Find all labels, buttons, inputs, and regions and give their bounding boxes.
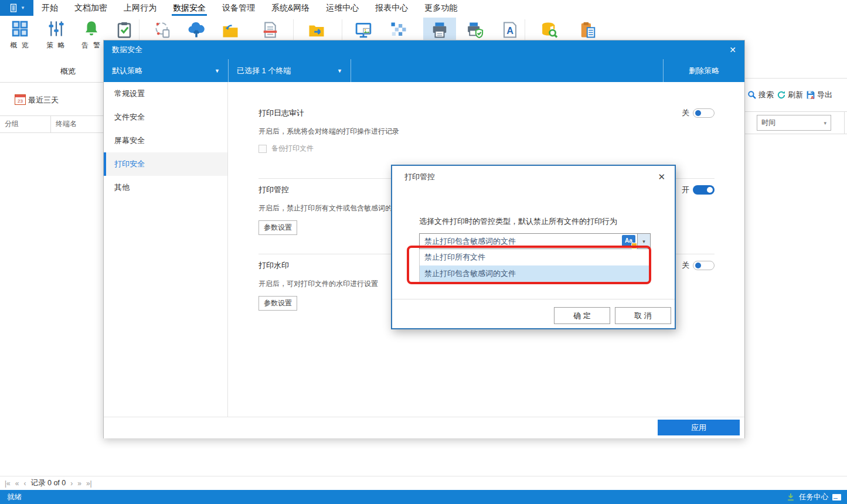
report-clipboard-button[interactable] bbox=[574, 18, 601, 42]
database-search-icon bbox=[540, 21, 558, 39]
date-filter-row[interactable]: 23 最近三天 bbox=[0, 82, 103, 116]
control-type-combobox[interactable]: 禁止打印包含敏感词的文件 Aa ▾ bbox=[419, 233, 651, 249]
overview-label: 概 览 bbox=[10, 40, 29, 50]
delete-policy-button[interactable]: 删除策略 bbox=[663, 59, 744, 82]
print-control-toggle[interactable] bbox=[693, 185, 715, 195]
sensitive-word-doc-button[interactable]: A bbox=[496, 18, 523, 42]
modal-title: 打印管控 bbox=[404, 172, 435, 182]
overview-view-tab[interactable]: 概览 bbox=[0, 60, 103, 83]
audit-clipboard-button[interactable] bbox=[111, 18, 138, 42]
menu-tab-ops-center[interactable]: 运维中心 bbox=[318, 0, 367, 16]
sidebar-item-file-security[interactable]: 文件安全 bbox=[104, 105, 227, 129]
first-page-icon[interactable]: |« bbox=[5, 479, 11, 488]
refresh-label: 刷新 bbox=[788, 90, 803, 100]
delete-policy-label: 删除策略 bbox=[689, 66, 719, 76]
sidebar-item-print-security[interactable]: 打印安全 bbox=[104, 152, 227, 176]
refresh-button[interactable]: 刷新 bbox=[777, 90, 803, 100]
calendar-day: 23 bbox=[15, 98, 25, 104]
search-button[interactable]: 搜索 bbox=[747, 90, 774, 100]
cloud-upload-button[interactable] bbox=[183, 18, 210, 42]
fast-prev-icon[interactable]: « bbox=[15, 479, 19, 488]
clipboard-document-icon bbox=[579, 21, 597, 39]
time-filter-label: 时间 bbox=[761, 118, 775, 128]
print-log-audit-title: 打印日志审计 bbox=[258, 108, 304, 118]
policy-selector[interactable]: 默认策略 ▼ bbox=[104, 59, 228, 82]
data-search-button[interactable] bbox=[536, 18, 563, 42]
status-bar: 就绪 任务中心 bbox=[0, 490, 847, 504]
app-menu-button[interactable]: ▼ bbox=[0, 0, 33, 16]
status-text: 就绪 bbox=[0, 492, 22, 502]
date-filter-label: 最近三天 bbox=[28, 95, 59, 105]
apply-button[interactable]: 应用 bbox=[658, 420, 740, 435]
print-watermark-state: 关 bbox=[682, 260, 689, 271]
message-icon[interactable] bbox=[832, 494, 841, 500]
refresh-icon bbox=[777, 90, 786, 100]
column-header-terminal[interactable]: 终端名 bbox=[51, 115, 77, 132]
print-control-params-button[interactable]: 参数设置 bbox=[258, 220, 297, 235]
cancel-button[interactable]: 取 消 bbox=[615, 307, 671, 324]
export-icon: A bbox=[806, 90, 815, 100]
terminal-selector[interactable]: 已选择 1 个终端 ▼ bbox=[228, 59, 351, 82]
toolbar-separator bbox=[525, 19, 525, 40]
next-page-icon[interactable]: › bbox=[70, 479, 73, 488]
dialog-close-icon[interactable]: ✕ bbox=[729, 45, 736, 55]
column-header-group[interactable]: 分组 bbox=[0, 115, 51, 132]
menu-tab-system-network[interactable]: 系统&网络 bbox=[263, 0, 318, 16]
policy-button[interactable]: 策 略 bbox=[41, 18, 72, 57]
grid-divider bbox=[844, 112, 845, 134]
export-button[interactable]: A 导出 bbox=[806, 90, 832, 100]
mosaic-squares-icon bbox=[390, 21, 407, 39]
print-watermark-toggle[interactable] bbox=[693, 261, 715, 270]
sync-copy-icon bbox=[154, 21, 171, 39]
screen-watermark-button[interactable] bbox=[350, 18, 377, 42]
time-filter-dropdown[interactable]: 时间 ▾ bbox=[757, 115, 831, 131]
policy-sliders-icon bbox=[47, 20, 65, 38]
menu-tab-more[interactable]: 更多功能 bbox=[416, 0, 465, 16]
folder-restore-button[interactable] bbox=[217, 18, 244, 42]
menu-tab-web-behavior[interactable]: 上网行为 bbox=[115, 0, 165, 16]
option-block-sensitive-files[interactable]: 禁止打印包含敏感词的文件 bbox=[420, 265, 650, 282]
cloud-upload-icon bbox=[188, 21, 205, 39]
print-security-button[interactable] bbox=[423, 18, 456, 42]
print-log-audit-toggle[interactable] bbox=[693, 108, 715, 118]
policy-selector-label: 默认策略 bbox=[112, 66, 142, 76]
policy-label: 策 略 bbox=[46, 40, 66, 50]
alarm-bell-icon bbox=[83, 20, 100, 38]
sync-copy-button[interactable] bbox=[149, 18, 176, 42]
task-center-button[interactable]: 任务中心 bbox=[799, 492, 828, 502]
print-protect-button[interactable] bbox=[461, 18, 488, 42]
chevron-down-icon: ▼ bbox=[337, 68, 342, 74]
menu-tab-start[interactable]: 开始 bbox=[33, 0, 66, 16]
option-block-all-files[interactable]: 禁止打印所有文件 bbox=[420, 249, 650, 265]
menu-bar: ▼ 开始 文档加密 上网行为 数据安全 设备管理 系统&网络 运维中心 报表中心… bbox=[0, 0, 847, 16]
menu-tabs: 开始 文档加密 上网行为 数据安全 设备管理 系统&网络 运维中心 报表中心 更… bbox=[33, 0, 465, 16]
sidebar-item-other[interactable]: 其他 bbox=[104, 176, 227, 199]
modal-close-icon[interactable]: ✕ bbox=[658, 172, 665, 182]
overview-grid-icon bbox=[11, 20, 29, 38]
backup-print-file-checkbox[interactable] bbox=[258, 145, 267, 153]
combobox-dropdown-button[interactable]: ▾ bbox=[637, 234, 650, 248]
menu-tab-doc-encrypt[interactable]: 文档加密 bbox=[66, 0, 115, 16]
menu-tab-report-center[interactable]: 报表中心 bbox=[367, 0, 416, 16]
sensitive-word-icon: Aa bbox=[622, 235, 635, 247]
ok-button[interactable]: 确 定 bbox=[554, 307, 610, 324]
menu-tab-data-security[interactable]: 数据安全 bbox=[165, 0, 214, 16]
print-watermark-params-button[interactable]: 参数设置 bbox=[258, 296, 297, 311]
prev-page-icon[interactable]: ‹ bbox=[23, 479, 26, 488]
backup-print-file-label: 备份打印文件 bbox=[271, 144, 314, 154]
folder-move-button[interactable] bbox=[303, 18, 330, 42]
alarm-button[interactable]: 告 警 bbox=[76, 18, 107, 57]
terminal-grid-header: 分组 终端名 bbox=[0, 115, 103, 133]
mosaic-button[interactable] bbox=[385, 18, 412, 42]
print-control-state: 开 bbox=[682, 185, 689, 195]
last-page-icon[interactable]: »| bbox=[86, 479, 92, 488]
sidebar-item-general[interactable]: 常规设置 bbox=[104, 82, 227, 105]
document-strikethrough-icon bbox=[261, 21, 279, 39]
toolbar-separator bbox=[342, 19, 342, 40]
overview-button[interactable]: 概 览 bbox=[5, 18, 35, 57]
menu-tab-device-mgmt[interactable]: 设备管理 bbox=[214, 0, 263, 16]
sidebar-item-screen-security[interactable]: 屏幕安全 bbox=[104, 129, 227, 152]
svg-text:A: A bbox=[506, 25, 513, 36]
print-block-doc-button[interactable] bbox=[257, 18, 284, 42]
fast-next-icon[interactable]: » bbox=[77, 479, 81, 488]
